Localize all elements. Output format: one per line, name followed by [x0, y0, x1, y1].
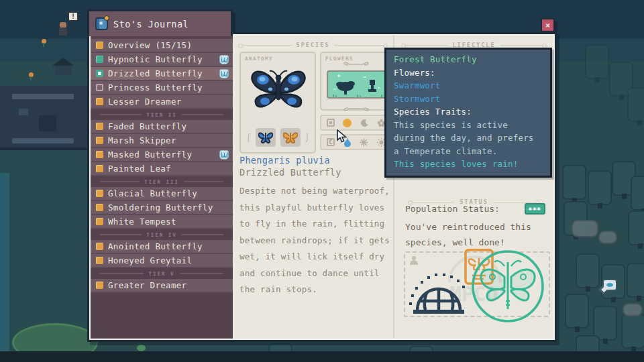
sidebar-item-label: Masked Butterfly	[108, 149, 192, 160]
journal-body: Overview (15/15) Hypnotic Butterfly Driz…	[87, 32, 557, 342]
flowers-label: FLOWERS	[325, 56, 354, 62]
tier-divider: TIER II	[91, 109, 233, 120]
butterfly-badge-icon	[219, 150, 229, 160]
species-section-header: SPECIES	[238, 42, 388, 48]
sidebar-item-label: Overview (15/15)	[108, 40, 192, 50]
climate-chip-icon: C	[327, 138, 335, 146]
sidebar-item-label: Drizzled Butterfly	[108, 68, 203, 78]
species-marker-icon	[96, 243, 103, 250]
tooltip-flower-link[interactable]: Swarmwort	[394, 79, 543, 93]
species-marker-icon	[96, 218, 103, 225]
sidebar-item-princess-butterfly[interactable]: Princess Butterfly	[91, 81, 233, 95]
sidebar-item-hypnotic-butterfly[interactable]: Hypnotic Butterfly	[91, 53, 233, 67]
journal-sidebar: Overview (15/15) Hypnotic Butterfly Driz…	[91, 36, 233, 339]
tree	[565, 294, 589, 328]
tier-divider: TIER V	[91, 268, 233, 279]
sidebar-item-label: White Tempest	[108, 217, 176, 227]
sidebar-item-label: Faded Butterfly	[108, 121, 186, 131]
sidebar-item-honeyed-greytail[interactable]: Honeyed Greytail	[91, 254, 233, 268]
journal-window: Sto's Journal × Overview (15/15) Hypnoti…	[87, 9, 557, 342]
journal-title-bar: Sto's Journal	[87, 9, 233, 36]
tree	[585, 44, 609, 79]
sidebar-item-marsh-skipper[interactable]: Marsh Skipper	[91, 134, 233, 148]
flower-sprite	[42, 39, 46, 44]
npc-character	[58, 22, 68, 36]
sidebar-item-greater-dreamer[interactable]: Greater Dreamer	[91, 279, 233, 293]
variant-orange-butterfly[interactable]	[280, 128, 301, 147]
tier-divider: TIER IV	[91, 229, 233, 240]
sidebar-item-overview[interactable]: Overview (15/15)	[91, 39, 233, 53]
decorative-curl: ⌡	[305, 133, 310, 142]
building-door	[39, 115, 56, 131]
journal-title: Sto's Journal	[113, 19, 189, 29]
exclamation-bubble: !	[68, 11, 78, 21]
screen: ! Sto's Journal ×	[0, 0, 644, 362]
sidebar-item-glacial-butterfly[interactable]: Glacial Butterfly	[91, 187, 233, 201]
sidebar-item-label: Marsh Skipper	[108, 135, 176, 145]
butterfly-bubble	[602, 279, 617, 291]
sidebar-item-label: Anointed Butterfly	[108, 241, 203, 251]
scroll-decoration	[341, 106, 371, 112]
species-description: Despite not being waterproof, this playf…	[239, 183, 391, 298]
day-active-icon[interactable]	[343, 119, 352, 127]
tooltip-traits-heading: Species Traits:	[394, 105, 543, 119]
sidebar-item-painted-leaf[interactable]: Painted Leaf	[91, 162, 233, 176]
sidebar-item-smoldering-butterfly[interactable]: Smoldering Butterfly	[91, 201, 233, 215]
rock	[572, 220, 598, 237]
species-common-name: Drizzled Butterfly	[239, 167, 341, 178]
climate-trait-row: C	[320, 134, 392, 150]
tooltip-rain-trait: This species loves rain!	[394, 158, 543, 171]
population-status-row: Population Status: ✱✱✱	[405, 203, 545, 215]
tree	[576, 253, 600, 288]
sidebar-item-faded-butterfly[interactable]: Faded Butterfly	[91, 120, 233, 134]
tooltip-flowers-heading: Flowers:	[394, 66, 543, 80]
butterfly-badge-icon	[219, 69, 229, 78]
moon-icon[interactable]	[360, 119, 369, 127]
species-marker-icon	[96, 84, 103, 91]
tree	[562, 165, 586, 200]
rock	[623, 303, 643, 316]
snowflake-icon[interactable]	[360, 138, 368, 147]
species-marker-icon	[96, 123, 103, 130]
crate	[17, 107, 30, 117]
species-marker-icon	[96, 42, 103, 49]
notification-dot	[104, 15, 109, 21]
species-latin-name: Phengaris pluvia	[239, 155, 330, 166]
species-marker-selected-icon	[96, 70, 103, 77]
sidebar-item-label: Glacial Butterfly	[108, 188, 197, 198]
building	[0, 86, 89, 150]
close-button[interactable]: ×	[541, 18, 555, 32]
sidebar-item-lesser-dreamer[interactable]: Lesser Dreamer	[91, 95, 233, 109]
tree	[631, 176, 644, 210]
activity-chip-icon	[327, 119, 335, 127]
species-marker-icon	[96, 98, 103, 105]
tooltip-flower-link[interactable]: Stormwort	[394, 93, 543, 106]
population-status-label: Population Status:	[405, 204, 500, 214]
species-marker-icon	[96, 165, 103, 172]
species-section: SPECIES ANATOMY	[233, 36, 393, 339]
species-marker-icon	[96, 282, 103, 289]
sidebar-item-label: Painted Leaf	[108, 164, 171, 174]
journal-book-icon	[95, 17, 108, 30]
sidebar-item-white-tempest[interactable]: White Tempest	[91, 215, 233, 229]
stamps-artwork: MPCO	[398, 245, 557, 332]
flower-sprite	[29, 72, 34, 77]
population-stars-badge: ✱✱✱	[525, 203, 545, 215]
anatomy-card: ANATOMY	[239, 52, 316, 154]
small-house	[52, 58, 74, 75]
sidebar-item-masked-butterfly[interactable]: Masked Butterfly	[91, 148, 233, 162]
butterfly-badge-icon	[219, 55, 229, 64]
flowers-card: FLOWERS	[320, 52, 392, 111]
variant-blue-butterfly[interactable]	[256, 128, 276, 147]
butterfly-anatomy-art	[248, 65, 309, 121]
species-marker-icon	[96, 56, 103, 63]
sidebar-item-anointed-butterfly[interactable]: Anointed Butterfly	[91, 240, 233, 254]
water-edge	[0, 173, 9, 362]
species-marker-icon	[96, 137, 103, 144]
mouse-cursor	[336, 129, 348, 143]
sidebar-item-drizzled-butterfly[interactable]: Drizzled Butterfly	[91, 67, 233, 81]
tree	[627, 87, 644, 122]
map-edge	[0, 351, 644, 362]
tree	[627, 263, 644, 298]
species-marker-icon	[96, 257, 103, 264]
